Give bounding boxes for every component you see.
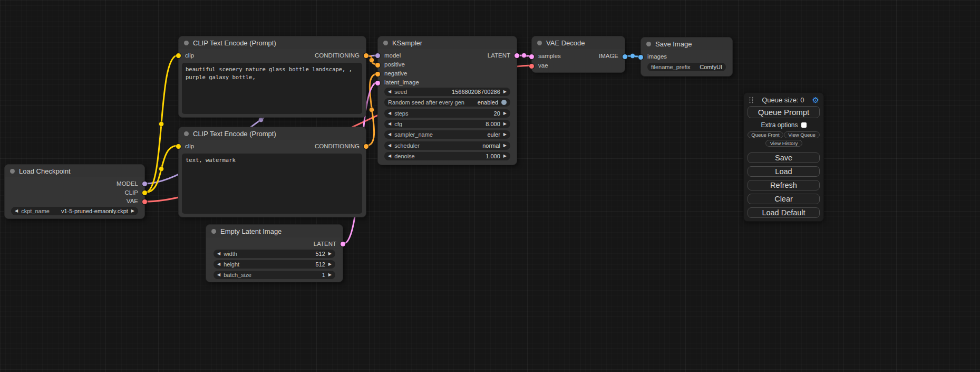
width-widget[interactable]: ◀ width 512 ▶ (214, 250, 335, 258)
wire-midpoint-dot (259, 118, 264, 122)
prompt-textarea[interactable]: beautiful scenery nature glass bottle la… (182, 63, 362, 114)
output-slot-label-latent: LATENT (314, 241, 336, 247)
clear-button[interactable]: Clear (748, 194, 820, 204)
widget-label: batch_size (224, 272, 251, 278)
node-save-image[interactable]: Save Image images filename_prefix ComfyU… (641, 37, 733, 77)
prev-value-arrow-icon[interactable]: ◀ (217, 262, 220, 266)
slot-dot-model-input[interactable] (375, 53, 380, 58)
slot-dot-negative-input[interactable] (375, 72, 380, 77)
collapse-dot-icon[interactable] (10, 169, 15, 174)
prev-value-arrow-icon[interactable]: ◀ (388, 122, 391, 126)
sampler-name-widget[interactable]: ◀ sampler_name euler ▶ (384, 130, 510, 139)
node-vae-decode[interactable]: VAE Decode samples vae IMAGE (531, 36, 625, 73)
batch-size-widget[interactable]: ◀ batch_size 1 ▶ (214, 271, 335, 279)
queue-size-label: Queue size: 0 (754, 96, 812, 104)
node-ksampler[interactable]: KSampler model positive negative latent_… (377, 36, 517, 165)
queue-front-button[interactable]: Queue Front (748, 131, 783, 138)
save-button[interactable]: Save (748, 152, 820, 163)
prev-value-arrow-icon[interactable]: ◀ (388, 111, 391, 116)
prev-value-arrow-icon[interactable]: ◀ (388, 90, 391, 94)
height-widget[interactable]: ◀ height 512 ▶ (214, 260, 335, 269)
queue-panel: Queue size: 0 ⚙ Queue Prompt Extra optio… (743, 92, 824, 222)
next-value-arrow-icon[interactable]: ▶ (503, 154, 507, 158)
next-value-arrow-icon[interactable]: ▶ (131, 209, 134, 213)
collapse-dot-icon[interactable] (646, 42, 651, 46)
next-value-arrow-icon[interactable]: ▶ (328, 262, 332, 266)
collapse-dot-icon[interactable] (537, 41, 542, 45)
output-slot-label-latent: LATENT (488, 52, 510, 59)
output-slot-label-clip: CLIP (124, 189, 138, 196)
node-title-bar[interactable]: KSampler (378, 36, 517, 49)
node-title: Load Checkpoint (19, 167, 71, 175)
next-value-arrow-icon[interactable]: ▶ (503, 122, 507, 126)
slot-dot-vae-output[interactable] (142, 199, 147, 204)
slot-dot-latent-image-input[interactable] (375, 81, 380, 85)
seed-widget[interactable]: ◀ seed 156680208700286 ▶ (384, 88, 510, 96)
node-title: KSampler (392, 39, 422, 47)
output-slot-label-conditioning: CONDITIONING (315, 143, 360, 149)
prev-value-arrow-icon[interactable]: ◀ (15, 209, 18, 213)
settings-gear-icon[interactable]: ⚙ (812, 96, 819, 104)
node-graph-canvas[interactable]: Load Checkpoint MODEL CLIP VAE ◀ ckpt_na… (0, 0, 980, 372)
filename-prefix-widget[interactable]: filename_prefix ComfyUI (647, 63, 726, 71)
node-title-bar[interactable]: Load Checkpoint (5, 165, 144, 177)
next-value-arrow-icon[interactable]: ▶ (328, 252, 332, 256)
output-slot-label-image: IMAGE (599, 53, 618, 59)
denoise-widget[interactable]: ◀ denoise 1.000 ▶ (384, 152, 510, 160)
slot-dot-clip-input[interactable] (176, 144, 181, 149)
prev-value-arrow-icon[interactable]: ◀ (388, 144, 391, 148)
view-queue-button[interactable]: View Queue (784, 131, 820, 138)
prev-value-arrow-icon[interactable]: ◀ (388, 132, 391, 137)
next-value-arrow-icon[interactable]: ▶ (503, 132, 507, 137)
slot-dot-conditioning-output[interactable] (364, 144, 368, 149)
node-clip-text-encode-positive[interactable]: CLIP Text Encode (Prompt) clip CONDITION… (178, 36, 366, 118)
node-clip-text-encode-negative[interactable]: CLIP Text Encode (Prompt) clip CONDITION… (178, 127, 366, 217)
slot-dot-latent-output[interactable] (341, 242, 345, 246)
scheduler-widget[interactable]: ◀ scheduler normal ▶ (384, 141, 510, 150)
collapse-dot-icon[interactable] (184, 131, 189, 136)
slot-dot-samples-input[interactable] (529, 54, 534, 59)
extra-options-checkbox[interactable] (801, 122, 807, 128)
slot-dot-model-output[interactable] (142, 182, 147, 186)
load-default-button[interactable]: Load Default (748, 207, 820, 218)
input-slot-label-clip: clip (185, 52, 194, 59)
ckpt-name-widget[interactable]: ◀ ckpt_name v1-5-pruned-emaonly.ckpt ▶ (11, 207, 138, 215)
slot-dot-images-input[interactable] (638, 55, 643, 60)
cfg-widget[interactable]: ◀ cfg 8.000 ▶ (384, 120, 510, 128)
widget-label: seed (394, 89, 407, 95)
slot-dot-vae-input[interactable] (529, 64, 534, 69)
refresh-button[interactable]: Refresh (748, 180, 820, 190)
toggle-knob-icon[interactable] (501, 100, 507, 105)
widget-value: 512 (242, 261, 325, 268)
random-seed-toggle-widget[interactable]: Random seed after every gen enabled (384, 98, 510, 107)
prev-value-arrow-icon[interactable]: ◀ (217, 252, 220, 256)
node-title-bar[interactable]: CLIP Text Encode (Prompt) (179, 127, 366, 140)
next-value-arrow-icon[interactable]: ▶ (503, 90, 507, 94)
next-value-arrow-icon[interactable]: ▶ (503, 144, 507, 148)
prev-value-arrow-icon[interactable]: ◀ (217, 273, 220, 277)
node-title-bar[interactable]: VAE Decode (532, 36, 625, 49)
slot-dot-clip-input[interactable] (176, 53, 181, 58)
queue-prompt-button[interactable]: Queue Prompt (748, 106, 820, 118)
view-history-button[interactable]: View History (765, 140, 802, 147)
slot-dot-latent-output[interactable] (515, 53, 519, 58)
next-value-arrow-icon[interactable]: ▶ (503, 111, 507, 116)
slot-dot-clip-output[interactable] (142, 190, 147, 195)
slot-dot-conditioning-output[interactable] (364, 53, 368, 58)
node-load-checkpoint[interactable]: Load Checkpoint MODEL CLIP VAE ◀ ckpt_na… (4, 164, 145, 219)
collapse-dot-icon[interactable] (383, 41, 388, 45)
prompt-textarea[interactable]: text, watermark (182, 154, 362, 214)
steps-widget[interactable]: ◀ steps 20 ▶ (384, 109, 510, 118)
load-button[interactable]: Load (748, 166, 820, 177)
slot-dot-image-output[interactable] (623, 54, 627, 59)
node-title-bar[interactable]: CLIP Text Encode (Prompt) (179, 36, 366, 49)
next-value-arrow-icon[interactable]: ▶ (328, 273, 332, 277)
node-title-bar[interactable]: Save Image (641, 37, 732, 50)
drag-handle-icon[interactable] (748, 96, 754, 103)
collapse-dot-icon[interactable] (211, 229, 216, 234)
collapse-dot-icon[interactable] (184, 41, 189, 45)
node-title-bar[interactable]: Empty Latent Image (206, 225, 343, 237)
node-empty-latent-image[interactable]: Empty Latent Image LATENT ◀ width 512 ▶ … (206, 224, 343, 282)
slot-dot-positive-input[interactable] (375, 63, 380, 68)
prev-value-arrow-icon[interactable]: ◀ (388, 154, 391, 158)
